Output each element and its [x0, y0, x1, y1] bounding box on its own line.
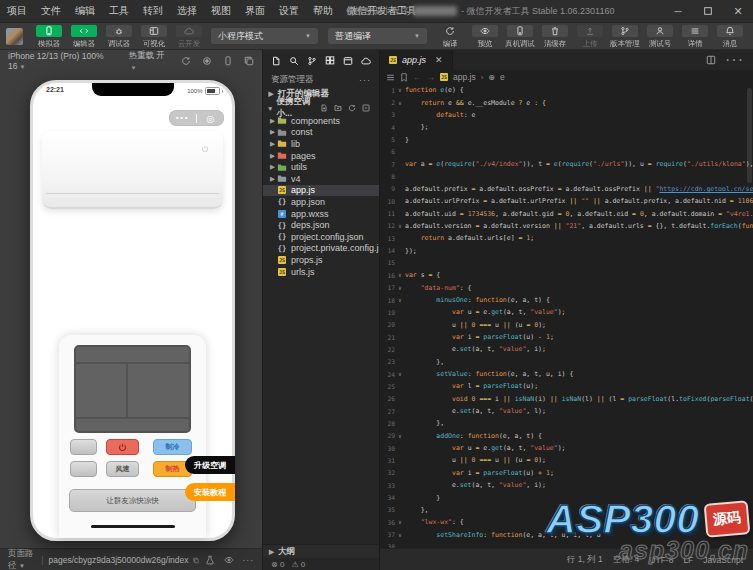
code-line-20[interactable]: 20 u || 0 === u || (u = 0);	[380, 319, 753, 331]
tab-app-js[interactable]: JS app.js ✕	[380, 50, 453, 70]
more-button[interactable]: ···	[243, 555, 255, 565]
device-frame-button[interactable]	[223, 56, 233, 66]
code-line-31[interactable]: 31 u || 0 === u || (u = 0);	[380, 454, 753, 466]
user-avatar[interactable]	[6, 28, 23, 45]
file-lib[interactable]: ▶lib	[263, 138, 379, 150]
activity-cloud[interactable]	[361, 56, 371, 66]
menu-item-1[interactable]: 文件	[34, 4, 68, 18]
multi-window-button[interactable]	[244, 56, 254, 66]
code-line-1[interactable]: 1∨function e(e) {	[380, 84, 753, 96]
file-props.js[interactable]: JSprops.js	[263, 254, 379, 266]
code-line-19[interactable]: 19 var u = e.get(a, t, "value");	[380, 306, 753, 318]
code-line-32[interactable]: 32 var i = parseFloat(u) + 1;	[380, 467, 753, 479]
remote-cool-button[interactable]: 制冷	[153, 439, 192, 455]
refresh-explorer-button[interactable]	[347, 103, 357, 113]
menu-item-7[interactable]: 界面	[238, 4, 272, 18]
file-pages[interactable]: ▶pages	[263, 150, 379, 162]
visualize-button[interactable]: 可视化	[137, 25, 170, 48]
activity-explorer[interactable]	[271, 56, 281, 66]
preview-button[interactable]: 预览	[468, 25, 501, 48]
menu-item-4[interactable]: 转到	[136, 4, 170, 18]
hot-reload-select[interactable]: 热重载 开▼	[129, 50, 172, 72]
status-item-1[interactable]: 空格: 4	[613, 554, 639, 566]
file-app.js[interactable]: JSapp.js	[263, 185, 379, 197]
clear-cache-button[interactable]: 清缓存	[538, 25, 571, 48]
problems-status[interactable]: ⊗ 0 ⚠ 0	[263, 558, 379, 570]
remote-power-button[interactable]	[106, 439, 139, 455]
code-line-34[interactable]: 34 }	[380, 491, 753, 503]
fold-icon[interactable]: ∨	[395, 433, 405, 439]
debugger-button[interactable]: 调试器	[102, 25, 135, 48]
menu-item-5[interactable]: 选择	[170, 4, 204, 18]
scrollbar-thumb[interactable]	[747, 88, 752, 183]
cloud-dev-button[interactable]: 云开发	[172, 25, 205, 48]
code-line-4[interactable]: 4 };	[380, 121, 753, 133]
remote-blank-button-2[interactable]	[70, 461, 97, 477]
collapse-all-button[interactable]	[361, 103, 371, 113]
split-editor-icon[interactable]	[706, 55, 716, 65]
status-item-4[interactable]: JavaScript	[703, 555, 743, 565]
code-line-22[interactable]: 22 e.set(a, t, "value", i);	[380, 343, 753, 355]
menu-icon[interactable]	[386, 73, 395, 82]
new-file-button[interactable]	[319, 103, 329, 113]
menu-item-6[interactable]: 视图	[204, 4, 238, 18]
code-area[interactable]: 1∨function e(e) {2∨ return e && e.__esMo…	[380, 84, 753, 548]
fold-icon[interactable]: ∨	[395, 285, 405, 291]
code-line-7[interactable]: 7var a = e(require("./v4/index")), t = e…	[380, 158, 753, 170]
code-line-30[interactable]: 30 var u = e.get(a, t, "value");	[380, 442, 753, 454]
page-path-label[interactable]: 页面路径 ▼	[8, 548, 36, 570]
fold-icon[interactable]: ∨	[395, 272, 405, 278]
code-line-5[interactable]: 5}	[380, 133, 753, 145]
rotate-button[interactable]	[181, 56, 191, 66]
breadcrumb-symbol[interactable]: e	[500, 72, 505, 82]
close-circle-icon[interactable]: ◎	[197, 111, 224, 126]
more-icon[interactable]: ···	[359, 75, 371, 85]
project-root-section[interactable]: ▼ 便携空调小...	[263, 101, 379, 115]
compile-mode-select[interactable]: 普通编译 ▼	[328, 28, 427, 44]
arrow-right-icon[interactable]: →	[427, 72, 436, 82]
code-line-6[interactable]: 6	[380, 146, 753, 158]
code-line-10[interactable]: 10a.default.urlPrefix = a.default.urlPre…	[380, 195, 753, 207]
code-line-36[interactable]: 36∨ "lwx-wx": {	[380, 516, 753, 528]
status-item-2[interactable]: UTF-8	[649, 555, 673, 565]
menu-item-0[interactable]: 项目	[0, 4, 34, 18]
menu-item-8[interactable]: 设置	[272, 4, 306, 18]
simulator-button[interactable]: 模拟器	[32, 25, 65, 48]
code-line-3[interactable]: 3 default: e	[380, 109, 753, 121]
outline-section[interactable]: ▶ 大纲	[263, 544, 379, 558]
code-line-26[interactable]: 26 void 0 === i || isNaN(i) || isNaN(l) …	[380, 393, 753, 405]
minimize-button[interactable]: ─	[663, 0, 693, 22]
file-app.wxss[interactable]: #app.wxss	[263, 208, 379, 220]
menu-item-9[interactable]: 帮助	[306, 4, 340, 18]
file-urls.js[interactable]: JSurls.js	[263, 266, 379, 278]
code-line-27[interactable]: 27 e.set(a, t, "value", l);	[380, 405, 753, 417]
activity-extensions[interactable]	[325, 56, 335, 66]
menu-item-2[interactable]: 编辑	[68, 4, 102, 18]
install-tutorial-tag[interactable]: 安装教程	[185, 483, 235, 501]
new-folder-button[interactable]	[333, 103, 343, 113]
code-line-33[interactable]: 33 e.set(a, t, "value", i);	[380, 479, 753, 491]
editor-button[interactable]: 编辑器	[67, 25, 100, 48]
upgrade-ac-tag[interactable]: 升级空调	[185, 456, 235, 474]
upload-button[interactable]: 上传	[573, 25, 606, 48]
detail-button[interactable]: 详情	[678, 25, 711, 48]
copy-icon[interactable]	[193, 556, 199, 565]
bookmark-icon[interactable]	[400, 73, 408, 82]
remote-fan-button[interactable]: 风速	[106, 461, 139, 477]
eye-toggle-button[interactable]	[224, 555, 234, 565]
close-tab-icon[interactable]: ✕	[435, 55, 443, 65]
mode-select[interactable]: 小程序模式 ▼	[211, 28, 318, 44]
fold-icon[interactable]: ∨	[395, 371, 405, 377]
code-line-12[interactable]: 12∨a.default.version = a.default.version…	[380, 220, 753, 232]
status-item-3[interactable]: LF	[683, 555, 693, 565]
file-v4[interactable]: ▶v4	[263, 173, 379, 185]
fold-icon[interactable]: ∨	[395, 532, 405, 538]
message-button[interactable]: 消息	[713, 25, 746, 48]
code-line-38[interactable]: 38	[380, 541, 753, 548]
status-item-0[interactable]: 行 1, 列 1	[567, 554, 603, 566]
code-line-29[interactable]: 29∨ addOne: function(e, a, t) {	[380, 430, 753, 442]
device-select[interactable]: iPhone 12/13 (Pro) 100% 16▼	[8, 51, 119, 71]
flask-button[interactable]	[205, 555, 215, 565]
file-components[interactable]: ▶components	[263, 115, 379, 127]
code-line-9[interactable]: 9a.default.prefix = a.default.ossPrefix …	[380, 183, 753, 195]
